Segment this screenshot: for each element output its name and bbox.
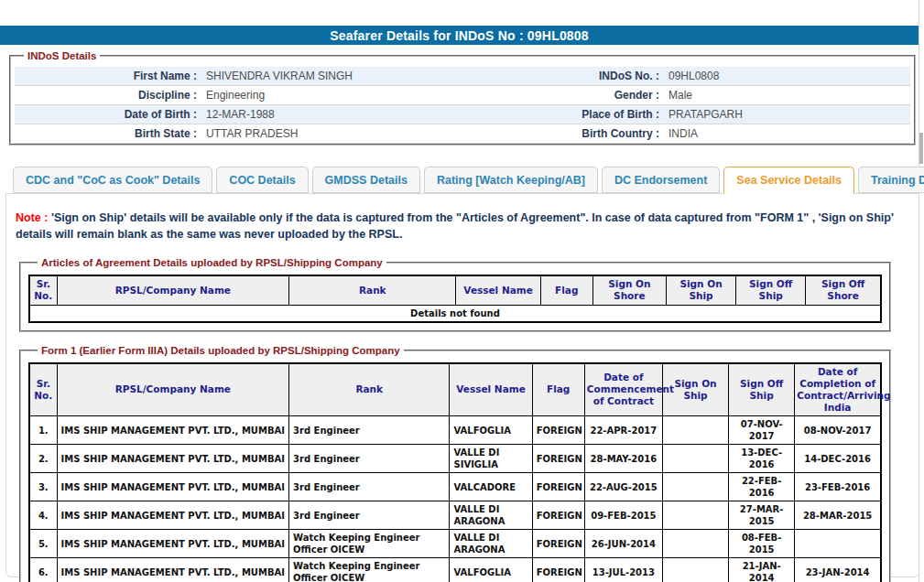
tabs-container: CDC and "CoC as Cook" DetailsCOC Details… <box>5 167 919 577</box>
table-cell: 26-JUN-2014 <box>584 530 662 558</box>
table-cell: 22-FEB-2016 <box>729 473 795 501</box>
table-cell: VALLE DI ARAGONA <box>450 530 532 558</box>
table-cell: IMS SHIP MANAGEMENT PVT. LTD., MUMBAI <box>57 473 289 501</box>
page-title-bar: Seafarer Details for INDoS No : 09HL0808 <box>0 26 919 45</box>
column-header: Sign On Ship <box>666 275 735 305</box>
indos-field-value: INDIA <box>665 127 910 140</box>
indos-field-value: 09HL0808 <box>665 70 910 82</box>
table-cell: 2. <box>29 445 57 473</box>
sea-service-record-row: 2.IMS SHIP MANAGEMENT PVT. LTD., MUMBAI3… <box>29 445 881 473</box>
table-cell <box>662 473 728 501</box>
indos-field-value: 12-MAR-1988 <box>202 108 477 121</box>
tab-dc-endorsement[interactable]: DC Endorsement <box>602 167 720 193</box>
indos-details-fieldset: INDoS Details First Name :SHIVENDRA VIKR… <box>9 50 916 146</box>
table-cell: 28-MAR-2015 <box>795 501 881 530</box>
table-cell: 21-JAN-2014 <box>729 558 795 582</box>
page-title: Seafarer Details for INDoS No : 09HL0808 <box>330 28 589 43</box>
table-cell: 13-DEC-2016 <box>729 445 795 473</box>
tab-coc-details[interactable]: COC Details <box>216 167 308 193</box>
indos-field-label: INDoS No. : <box>477 70 665 82</box>
table-cell: VALFOGLIA <box>450 416 532 445</box>
column-header: Date of Commencement of Contract <box>584 363 662 416</box>
column-header: Sign Off Ship <box>736 275 806 305</box>
tab-bar: CDC and "CoC as Cook" DetailsCOC Details… <box>5 167 919 193</box>
table-header-row: Sr. No.RPSL/Company NameRankVessel NameF… <box>29 363 881 416</box>
table-cell: VALLE DI ARAGONA <box>450 501 532 530</box>
sign-on-ship-note: Note : 'Sign on Ship' details will be av… <box>6 194 919 242</box>
table-cell: 23-JAN-2014 <box>795 558 881 582</box>
indos-field-label: First Name : <box>15 70 202 82</box>
table-cell: IMS SHIP MANAGEMENT PVT. LTD., MUMBAI <box>57 501 289 530</box>
table-cell <box>662 530 728 558</box>
column-header: Date of Completion of Contract/Arriving … <box>795 363 881 416</box>
tab-cdc-coc-as-cook-details[interactable]: CDC and "CoC as Cook" Details <box>13 167 212 193</box>
table-cell: 08-FEB-2015 <box>729 530 795 558</box>
table-cell <box>662 558 728 582</box>
articles-of-agreement-table: Sr. No.RPSL/Company NameRankVessel NameF… <box>28 275 882 322</box>
tab-gmdss-details[interactable]: GMDSS Details <box>312 167 420 193</box>
table-cell: 3rd Engineer <box>289 473 450 501</box>
column-header: Rank <box>289 275 456 305</box>
table-cell: IMS SHIP MANAGEMENT PVT. LTD., MUMBAI <box>57 445 289 473</box>
table-cell: 3. <box>29 473 57 501</box>
column-header: Vessel Name <box>450 363 532 416</box>
sea-service-record-row: 4.IMS SHIP MANAGEMENT PVT. LTD., MUMBAI3… <box>29 501 881 530</box>
indos-field-label: Birth Country : <box>477 127 665 140</box>
table-cell: 14-DEC-2016 <box>795 445 881 473</box>
table-cell: 3rd Engineer <box>289 416 450 445</box>
table-cell: 6. <box>29 558 57 582</box>
table-cell: 13-JUL-2013 <box>584 558 662 582</box>
articles-of-agreement-legend: Articles of Agreement Details uploaded b… <box>38 257 386 268</box>
table-cell: 3rd Engineer <box>289 501 450 530</box>
indos-details-rows: First Name :SHIVENDRA VIKRAM SINGHINDoS … <box>15 67 910 144</box>
table-cell <box>795 530 881 558</box>
table-cell <box>662 445 728 473</box>
indos-field-label: Discipline : <box>15 89 202 102</box>
table-cell: FOREIGN <box>532 445 584 473</box>
form1-details-table: Sr. No.RPSL/Company NameRankVessel NameF… <box>28 362 882 582</box>
indos-details-legend: INDoS Details <box>24 50 100 61</box>
tab-sea-service-details[interactable]: Sea Service Details <box>723 167 854 194</box>
indos-field-label: Place of Birth : <box>477 108 665 121</box>
details-not-found-message: Details not found <box>29 305 881 322</box>
table-cell: 5. <box>29 530 57 558</box>
column-header: RPSL/Company Name <box>57 363 289 416</box>
table-cell: FOREIGN <box>532 501 584 530</box>
table-cell: IMS SHIP MANAGEMENT PVT. LTD., MUMBAI <box>57 416 289 445</box>
vertical-scrollbar-thumb[interactable] <box>919 133 923 164</box>
indos-field-label: Birth State : <box>15 127 202 140</box>
sea-service-tab-panel: Note : 'Sign on Ship' details will be av… <box>5 193 919 577</box>
table-cell: 27-MAR-2015 <box>729 501 795 530</box>
table-cell <box>662 501 728 530</box>
tab-rating-watch-keeping-ab[interactable]: Rating [Watch Keeping/AB] <box>424 167 598 193</box>
table-cell: 28-MAY-2016 <box>584 445 662 473</box>
indos-detail-row: Birth State :UTTAR PRADESHBirth Country … <box>15 124 910 144</box>
table-cell: 07-NOV-2017 <box>729 416 795 445</box>
table-header-row: Sr. No.RPSL/Company NameRankVessel NameF… <box>29 275 881 305</box>
indos-field-value: Male <box>665 89 910 102</box>
column-header: Rank <box>289 363 450 416</box>
column-header: Flag <box>532 363 584 416</box>
sea-service-record-row: 5.IMS SHIP MANAGEMENT PVT. LTD., MUMBAIW… <box>29 530 881 558</box>
table-cell: IMS SHIP MANAGEMENT PVT. LTD., MUMBAI <box>57 530 289 558</box>
indos-detail-row: Discipline :EngineeringGender :Male <box>15 86 910 105</box>
articles-of-agreement-fieldset: Articles of Agreement Details uploaded b… <box>19 257 891 331</box>
column-header: Sr. No. <box>29 363 57 416</box>
form1-details-legend: Form 1 (Earlier Form IIIA) Details uploa… <box>38 345 404 356</box>
table-cell: FOREIGN <box>532 558 584 582</box>
table-cell <box>662 416 728 445</box>
form1-details-fieldset: Form 1 (Earlier Form IIIA) Details uploa… <box>19 345 891 582</box>
note-text: 'Sign on Ship' details will be available… <box>16 211 894 241</box>
indos-field-value: PRATAPGARH <box>665 108 910 121</box>
tab-training-details[interactable]: Training Details <box>858 167 924 193</box>
table-cell: Watch Keeping Engineer Officer OICEW <box>289 558 450 582</box>
table-cell: VALCADORE <box>450 473 532 501</box>
table-cell: 22-AUG-2015 <box>584 473 662 501</box>
column-header: RPSL/Company Name <box>57 275 289 305</box>
indos-detail-row: Date of Birth :12-MAR-1988Place of Birth… <box>15 105 910 124</box>
table-cell: IMS SHIP MANAGEMENT PVT. LTD., MUMBAI <box>57 558 289 582</box>
column-header: Sign On Shore <box>592 275 666 305</box>
table-cell: 4. <box>29 501 57 530</box>
column-header: Flag <box>540 275 592 305</box>
indos-field-label: Date of Birth : <box>15 108 202 121</box>
